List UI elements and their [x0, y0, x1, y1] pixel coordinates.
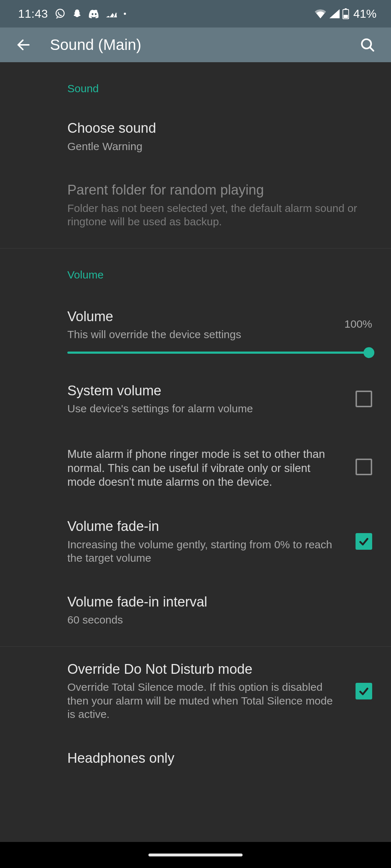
setting-title: Headphones only: [67, 750, 337, 767]
status-left: 11:43: [18, 7, 126, 21]
setting-title: Volume fade-in: [67, 518, 337, 535]
setting-volume[interactable]: Volume This will override the device set…: [0, 292, 391, 368]
back-button[interactable]: [11, 32, 36, 58]
setting-title: Choose sound: [67, 120, 369, 137]
setting-mute-ringer[interactable]: Mute alarm if phone ringer mode is set t…: [0, 430, 391, 504]
checkbox-unchecked[interactable]: [356, 459, 372, 475]
setting-title: Override Do Not Disturb mode: [67, 661, 337, 678]
search-button[interactable]: [355, 32, 380, 58]
setting-subtitle: This will override the device settings: [67, 328, 369, 341]
volume-slider[interactable]: [67, 352, 369, 354]
setting-subtitle: Increasing the volume gently, starting f…: [67, 538, 337, 565]
slider-track: [67, 352, 369, 354]
adidas-icon: [106, 10, 117, 18]
setting-title: System volume: [67, 383, 337, 399]
status-time: 11:43: [18, 7, 48, 21]
whatsapp-icon: [55, 8, 66, 19]
setting-subtitle: Gentle Warning: [67, 140, 369, 153]
section-header-sound: Sound: [0, 62, 391, 106]
checkbox-checked[interactable]: [356, 683, 372, 699]
svg-rect-7: [344, 15, 348, 18]
setting-subtitle: 60 seconds: [67, 613, 369, 627]
check-icon: [358, 685, 370, 697]
setting-volume-fade-in[interactable]: Volume fade-in Increasing the volume gen…: [0, 504, 391, 579]
battery-icon: [342, 8, 349, 19]
cellular-icon: [329, 9, 340, 18]
setting-headphones-only[interactable]: Headphones only: [0, 736, 391, 767]
setting-fade-in-interval[interactable]: Volume fade-in interval 60 seconds: [0, 579, 391, 641]
navigation-bar: [0, 842, 391, 868]
setting-subtitle: Use device's settings for alarm volume: [67, 402, 337, 416]
setting-title: Parent folder for random playing: [67, 182, 369, 199]
setting-system-volume[interactable]: System volume Use device's settings for …: [0, 368, 391, 430]
setting-choose-sound[interactable]: Choose sound Gentle Warning: [0, 106, 391, 167]
dot-icon: [123, 12, 126, 15]
setting-subtitle: Folder has not been selected yet, the de…: [67, 201, 369, 229]
setting-override-dnd[interactable]: Override Do Not Disturb mode Override To…: [0, 647, 391, 736]
volume-percentage: 100%: [344, 318, 372, 330]
setting-subtitle: Override Total Silence mode. If this opt…: [67, 680, 337, 721]
svg-point-0: [56, 9, 64, 18]
app-bar: Sound (Main): [0, 27, 391, 62]
battery-percentage: 41%: [353, 7, 377, 21]
arrow-left-icon: [16, 37, 31, 53]
home-indicator[interactable]: [148, 854, 243, 856]
setting-subtitle: Mute alarm if phone ringer mode is set t…: [67, 447, 337, 489]
snapchat-icon: [72, 9, 82, 19]
search-icon: [360, 37, 375, 53]
status-right: 41%: [314, 7, 377, 21]
svg-rect-6: [345, 8, 347, 10]
setting-title: Volume: [67, 309, 369, 325]
setting-title: Volume fade-in interval: [67, 594, 369, 610]
slider-thumb[interactable]: [363, 347, 374, 358]
svg-point-4: [124, 13, 126, 15]
wifi-icon: [314, 9, 327, 18]
settings-content[interactable]: Sound Choose sound Gentle Warning Parent…: [0, 62, 391, 842]
check-icon: [358, 535, 370, 548]
setting-parent-folder[interactable]: Parent folder for random playing Folder …: [0, 167, 391, 243]
checkbox-unchecked[interactable]: [356, 391, 372, 407]
checkbox-checked[interactable]: [356, 533, 372, 550]
svg-line-10: [370, 47, 373, 51]
discord-icon: [89, 9, 100, 18]
page-title: Sound (Main): [50, 36, 355, 54]
status-bar: 11:43 41%: [0, 0, 391, 27]
section-header-volume: Volume: [0, 248, 391, 292]
